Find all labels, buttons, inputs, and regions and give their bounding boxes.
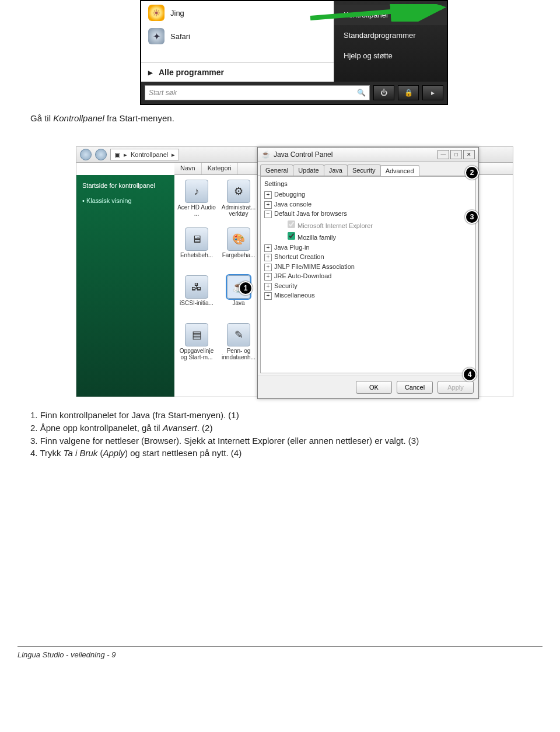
folder-icon: ▣ bbox=[114, 151, 120, 159]
tree-node[interactable]: Debugging bbox=[274, 191, 305, 198]
search-input[interactable]: Start søk 🔍 bbox=[145, 85, 370, 100]
collapse-icon[interactable]: − bbox=[264, 211, 272, 218]
tree-node[interactable]: Shortcut Creation bbox=[274, 253, 324, 260]
cp-icon-java[interactable]: ☕Java bbox=[219, 275, 258, 321]
power-button[interactable]: ⏻ bbox=[373, 85, 394, 100]
tree-node[interactable]: Default Java for browsers bbox=[274, 210, 347, 217]
sun-icon: ☀ bbox=[148, 5, 164, 21]
start-menu-link-hjelp[interactable]: Hjelp og støtte bbox=[334, 45, 447, 66]
caption-text: fra Start-menyen. bbox=[104, 113, 174, 123]
tree-node[interactable]: JNLP File/MIME Association bbox=[274, 263, 355, 270]
minimize-button[interactable]: — bbox=[438, 150, 449, 159]
control-panel-sidebar: Startside for kontrollpanel Klassisk vis… bbox=[76, 175, 174, 397]
cp-icon-device-manager[interactable]: 🖥Enhetsbeh... bbox=[177, 227, 216, 273]
caption-em: Kontrollpanel bbox=[53, 113, 104, 123]
all-programs-button[interactable]: ▶ Alle programmer bbox=[141, 62, 334, 82]
cancel-button[interactable]: Cancel bbox=[397, 381, 433, 394]
cp-icon-taskbar[interactable]: ▤Oppgavelinje og Start-m... bbox=[177, 323, 216, 369]
tree-leaf: Microsoft Internet Explorer bbox=[298, 222, 373, 229]
java-icon: ☕ bbox=[261, 150, 270, 159]
start-menu-link-kontrollpanel[interactable]: Kontrollpanel bbox=[334, 5, 447, 25]
cp-icon-acer-hd-audio[interactable]: ♪Acer HD Audio ... bbox=[177, 180, 216, 225]
jcp-tabs: General Update Java Security Advanced bbox=[258, 162, 478, 176]
all-programs-label: Alle programmer bbox=[159, 68, 224, 77]
checkbox-ie[interactable] bbox=[288, 220, 295, 228]
maximize-button[interactable]: □ bbox=[450, 150, 462, 159]
start-menu-item-safari[interactable]: ✦ Safari bbox=[141, 24, 334, 48]
expand-icon[interactable]: + bbox=[264, 244, 272, 252]
callout-3: 3 bbox=[465, 210, 479, 224]
triangle-right-icon: ▶ bbox=[148, 69, 153, 76]
jcp-content: Settings +Debugging +Java console −Defau… bbox=[260, 176, 476, 373]
control-panel-figure: ▣ ▸ Kontrollpanel ▸ Navn Kategori Starts… bbox=[76, 146, 513, 397]
tab-java[interactable]: Java bbox=[324, 164, 348, 176]
breadcrumb-label: Kontrollpanel bbox=[131, 151, 168, 158]
nav-back-icon[interactable] bbox=[80, 149, 92, 160]
color-icon: 🎨 bbox=[227, 227, 250, 251]
search-placeholder: Start søk bbox=[149, 89, 177, 97]
ok-button[interactable]: OK bbox=[356, 381, 392, 394]
tools-icon: ⚙ bbox=[227, 180, 250, 203]
expand-icon[interactable]: + bbox=[264, 254, 272, 261]
settings-label: Settings bbox=[264, 180, 472, 187]
page-footer: Lingua Studio - veiledning - 9 bbox=[18, 650, 560, 659]
footer-rule bbox=[18, 646, 542, 647]
start-menu-item-label: Safari bbox=[170, 32, 190, 41]
start-menu-item-jing[interactable]: ☀ Jing bbox=[141, 1, 334, 24]
column-name[interactable]: Navn bbox=[174, 163, 202, 174]
callout-1: 1 bbox=[239, 281, 253, 295]
java-control-panel-window: ☕ Java Control Panel — □ ✕ General Updat… bbox=[257, 147, 479, 399]
instruction-3: 3. Finn valgene for nettleser (Browser).… bbox=[30, 435, 542, 447]
tree-node[interactable]: Miscellaneous bbox=[274, 292, 315, 299]
tree-node[interactable]: Java console bbox=[274, 201, 312, 208]
instruction-2: 2. Åpne opp kontrollpanelet, gå til Avan… bbox=[30, 422, 542, 435]
settings-tree: +Debugging +Java console −Default Java f… bbox=[264, 190, 472, 300]
checkbox-mozilla[interactable] bbox=[288, 232, 295, 240]
cp-icon-admin-tools[interactable]: ⚙Administrat... verktøy bbox=[219, 180, 258, 225]
expand-icon[interactable]: + bbox=[264, 191, 272, 199]
cp-icon-iscsi[interactable]: 🖧iSCSI-initia... bbox=[177, 275, 216, 321]
tree-node[interactable]: JRE Auto-Download bbox=[274, 272, 331, 279]
expand-icon[interactable]: + bbox=[264, 283, 272, 290]
sidebar-task-label: Startside for kontrollpanel bbox=[82, 182, 169, 189]
expand-icon[interactable]: + bbox=[264, 264, 272, 271]
start-menu-left-pane: ☀ Jing ✦ Safari ▶ Alle programmer bbox=[141, 1, 334, 82]
nav-forward-icon[interactable] bbox=[95, 149, 107, 160]
cp-icon-pen-input[interactable]: ✎Penn- og inndataenh... bbox=[219, 323, 258, 369]
start-menu-link-standardprogrammer[interactable]: Standardprogrammer bbox=[334, 25, 447, 45]
tree-node[interactable]: Java Plug-in bbox=[274, 244, 310, 251]
instructions-list: 1. Finn kontrollpanelet for Java (fra St… bbox=[30, 409, 542, 460]
breadcrumb[interactable]: ▣ ▸ Kontrollpanel ▸ bbox=[110, 149, 179, 160]
tree-node[interactable]: Security bbox=[274, 282, 298, 289]
start-menu-bottom: Start søk 🔍 ⏻ 🔒 ▸ bbox=[141, 82, 447, 104]
instruction-4: 4. Trykk Ta i Bruk (Apply) og start nett… bbox=[30, 447, 542, 460]
column-category[interactable]: Kategori bbox=[202, 163, 238, 174]
expand-icon[interactable]: + bbox=[264, 201, 272, 209]
audio-icon: ♪ bbox=[185, 180, 208, 203]
compass-icon: ✦ bbox=[148, 28, 164, 44]
expand-icon[interactable]: + bbox=[264, 292, 272, 300]
tab-update[interactable]: Update bbox=[293, 164, 324, 176]
start-menu-figure: ☀ Jing ✦ Safari ▶ Alle programmer Kontro… bbox=[140, 0, 448, 105]
start-menu-top: ☀ Jing ✦ Safari ▶ Alle programmer Kontro… bbox=[141, 1, 447, 82]
caption-1: Gå til Kontrollpanel fra Start-menyen. bbox=[30, 113, 542, 123]
sidebar-classic-view-link[interactable]: Klassisk visning bbox=[82, 197, 169, 204]
start-menu-item-label: Jing bbox=[170, 9, 184, 17]
callout-2: 2 bbox=[465, 166, 479, 180]
tab-advanced[interactable]: Advanced bbox=[380, 165, 419, 176]
apply-button[interactable]: Apply bbox=[438, 381, 474, 394]
power-menu-button[interactable]: ▸ bbox=[422, 85, 443, 100]
close-button[interactable]: ✕ bbox=[463, 150, 475, 159]
search-icon: 🔍 bbox=[357, 89, 366, 97]
expand-icon[interactable]: + bbox=[264, 273, 272, 281]
cp-icon-color-management[interactable]: 🎨Fargebeha... bbox=[219, 227, 258, 273]
taskbar-icon: ▤ bbox=[185, 323, 208, 346]
device-icon: 🖥 bbox=[185, 227, 208, 251]
tab-general[interactable]: General bbox=[260, 164, 293, 176]
lock-button[interactable]: 🔒 bbox=[398, 85, 419, 100]
instruction-1: 1. Finn kontrollpanelet for Java (fra St… bbox=[30, 409, 542, 422]
callout-4: 4 bbox=[463, 367, 477, 381]
tab-security[interactable]: Security bbox=[347, 164, 381, 176]
jcp-titlebar: ☕ Java Control Panel — □ ✕ bbox=[258, 148, 478, 162]
pen-icon: ✎ bbox=[227, 323, 250, 346]
